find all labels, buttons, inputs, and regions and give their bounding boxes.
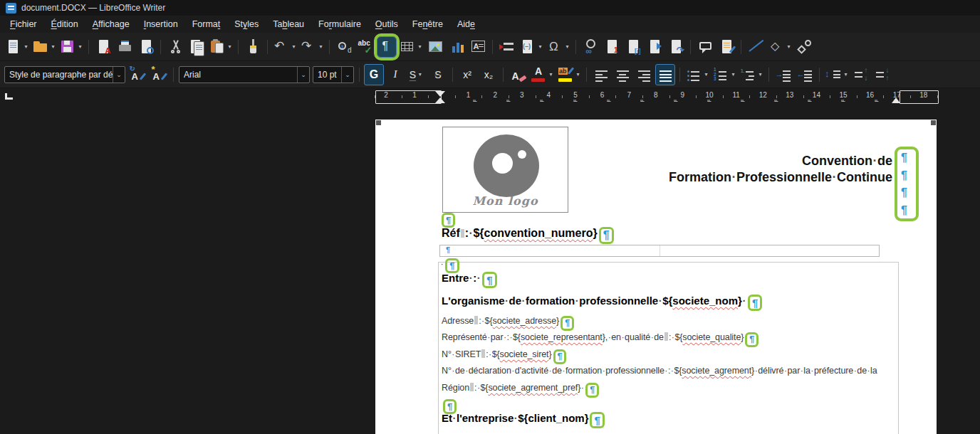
insert-bookmark-button[interactable] <box>645 36 664 58</box>
insert-hyperlink-button[interactable]: ∞ <box>580 36 600 58</box>
clear-formatting-button[interactable]: A <box>508 64 528 85</box>
chevron-down-icon[interactable]: ⌄ <box>341 67 353 83</box>
insert-footnote-button[interactable]: 1 <box>602 36 622 58</box>
menu-item-aide[interactable]: Aide <box>450 16 482 32</box>
menu-item-formulaire[interactable]: Formulaire <box>311 16 368 32</box>
undo-button[interactable]: ↶▾ <box>272 36 298 58</box>
insert-text-box-button[interactable]: A <box>468 36 488 58</box>
menu-item-edition[interactable]: Édition <box>44 16 85 32</box>
spelling-button[interactable]: abc✓ <box>355 36 375 58</box>
export-pdf-button[interactable]: A <box>93 36 113 58</box>
paragraph[interactable]: Et·l'entreprise·${client_nom}¶ <box>442 412 605 428</box>
superscript-button[interactable]: x² <box>457 64 477 85</box>
insert-cross-reference-button[interactable]: ↷ <box>666 36 686 58</box>
redo-button[interactable]: ↷▾ <box>299 36 325 58</box>
insert-endnote-button[interactable]: [i] <box>623 36 643 58</box>
highlight-color-button[interactable]: ab▾ <box>556 64 582 85</box>
numbered-list-dropdown-arrow[interactable]: ▾ <box>729 71 737 78</box>
menu-item-styles[interactable]: Styles <box>227 16 266 32</box>
paragraph[interactable]: N°·de·déclaration·d'activité·de·formatio… <box>442 366 877 376</box>
paragraph[interactable]: Entre·:·¶ <box>442 272 497 288</box>
highlight-color-dropdown-arrow[interactable]: ▾ <box>574 71 582 78</box>
justify-button[interactable] <box>655 64 675 85</box>
italic-button[interactable]: I <box>385 64 405 85</box>
increase-paragraph-spacing-button[interactable]: ↑↓ <box>851 64 871 85</box>
logo-image-frame[interactable]: Mon logo <box>442 127 568 213</box>
paragraph[interactable]: Réf:·${convention_numero}¶ <box>442 227 614 244</box>
outline-list-dropdown-arrow[interactable]: ▾ <box>756 71 764 78</box>
insert-field-button[interactable]: (–)▾ <box>518 36 544 58</box>
decrease-indent-button[interactable]: ← <box>795 64 815 85</box>
insert-table-dropdown-arrow[interactable]: ▾ <box>416 43 424 50</box>
bullet-list-dropdown-arrow[interactable]: ▾ <box>702 71 710 78</box>
font-color-button[interactable]: A▾ <box>529 64 555 85</box>
paragraph[interactable]: Région:·${societe_agrement_pref}·¶ <box>442 383 599 398</box>
align-left-button[interactable] <box>591 64 611 85</box>
menu-item-fichier[interactable]: Fichier <box>3 16 44 32</box>
paste-dropdown-arrow[interactable]: ▾ <box>226 43 234 50</box>
bullet-list-button[interactable]: ▾ <box>684 64 710 85</box>
paragraph[interactable]: ¶ <box>440 213 455 228</box>
insert-special-character-button[interactable]: Ω▾ <box>546 36 571 58</box>
insert-chart-button[interactable] <box>447 36 466 58</box>
print-preview-button[interactable] <box>136 36 156 58</box>
line-spacing-dropdown-arrow[interactable]: ▾ <box>842 71 850 78</box>
insert-special-character-dropdown-arrow[interactable]: ▾ <box>563 43 571 50</box>
copy-button[interactable] <box>187 36 207 58</box>
insert-comment-button[interactable] <box>695 36 715 58</box>
menu-item-outils[interactable]: Outils <box>368 16 405 32</box>
line-spacing-button[interactable]: ↕▾ <box>824 64 850 85</box>
menu-item-tableau[interactable]: Tableau <box>266 16 311 32</box>
chevron-down-icon[interactable]: ⌄ <box>113 67 125 83</box>
font-color-dropdown-arrow[interactable]: ▾ <box>547 71 555 78</box>
cut-button[interactable] <box>165 36 185 58</box>
bold-button[interactable]: G <box>364 64 384 85</box>
basic-shapes-dropdown-arrow[interactable]: ▾ <box>785 43 793 50</box>
menu-item-insertion[interactable]: Insertion <box>137 16 185 32</box>
reference-table-cell[interactable]: ¶ <box>439 245 880 257</box>
subscript-button[interactable]: x₂ <box>479 64 499 85</box>
undo-dropdown-arrow[interactable]: ▾ <box>290 43 298 50</box>
paragraph[interactable]: Adresse:·${societe_adresse}¶ <box>442 316 574 331</box>
clone-formatting-button[interactable] <box>243 36 263 58</box>
right-indent-marker[interactable] <box>892 97 900 103</box>
basic-shapes-button[interactable]: ◇▾ <box>767 36 793 58</box>
tab-stop-type-selector[interactable] <box>5 93 13 100</box>
insert-page-break-button[interactable] <box>497 36 517 58</box>
save-button[interactable]: ▾ <box>58 36 84 58</box>
underline-dropdown-arrow[interactable]: ▾ <box>416 71 424 78</box>
insert-table-button[interactable]: ▾ <box>398 36 424 58</box>
underline-button[interactable]: S▾ <box>407 64 427 85</box>
print-button[interactable] <box>115 36 135 58</box>
document-heading[interactable]: Convention·deFormation·Professionnelle·C… <box>669 153 892 186</box>
track-changes-button[interactable] <box>716 36 736 58</box>
save-dropdown-arrow[interactable]: ▾ <box>76 43 84 50</box>
document-page[interactable]: Mon logo Convention·deFormation·Professi… <box>375 120 937 434</box>
show-draw-functions-button[interactable] <box>794 36 814 58</box>
redo-dropdown-arrow[interactable]: ▾ <box>317 43 325 50</box>
new-document-dropdown-arrow[interactable]: ▾ <box>22 43 30 50</box>
paragraph[interactable]: Représenté·par·:·${societe_representant}… <box>442 332 759 347</box>
increase-indent-button[interactable]: → <box>773 64 793 85</box>
insert-line-button[interactable] <box>746 36 766 58</box>
paragraph-style-combobox[interactable]: Style de paragraphe par défa⌄ <box>4 66 125 83</box>
horizontal-ruler[interactable]: 21123456789101112131415161718 <box>0 88 980 107</box>
new-style-button[interactable]: A* <box>149 64 169 85</box>
formatting-marks-button[interactable]: ¶ <box>377 36 397 58</box>
new-document-button[interactable]: ▾ <box>4 36 30 58</box>
insert-image-button[interactable] <box>425 36 445 58</box>
numbered-list-button[interactable]: 123▾ <box>711 64 737 85</box>
paste-button[interactable]: ▾ <box>208 36 234 58</box>
paragraph[interactable]: ·¶ <box>440 258 459 273</box>
chevron-down-icon[interactable]: ⌄ <box>297 67 309 83</box>
outline-list-button[interactable]: 1.▾ <box>739 64 764 85</box>
open-button[interactable]: ▾ <box>31 36 57 58</box>
insert-field-dropdown-arrow[interactable]: ▾ <box>536 43 544 50</box>
paragraph[interactable]: N°·SIRET:·${societe_siret}¶ <box>442 349 566 364</box>
font-size-combobox[interactable]: 10 pt⌄ <box>313 66 354 83</box>
decrease-paragraph-spacing-button[interactable]: ↓↑ <box>872 64 892 85</box>
open-dropdown-arrow[interactable]: ▾ <box>49 43 57 50</box>
indent-marker[interactable] <box>435 91 445 103</box>
menu-item-format[interactable]: Format <box>185 16 228 32</box>
update-style-button[interactable]: A↻ <box>127 64 147 85</box>
